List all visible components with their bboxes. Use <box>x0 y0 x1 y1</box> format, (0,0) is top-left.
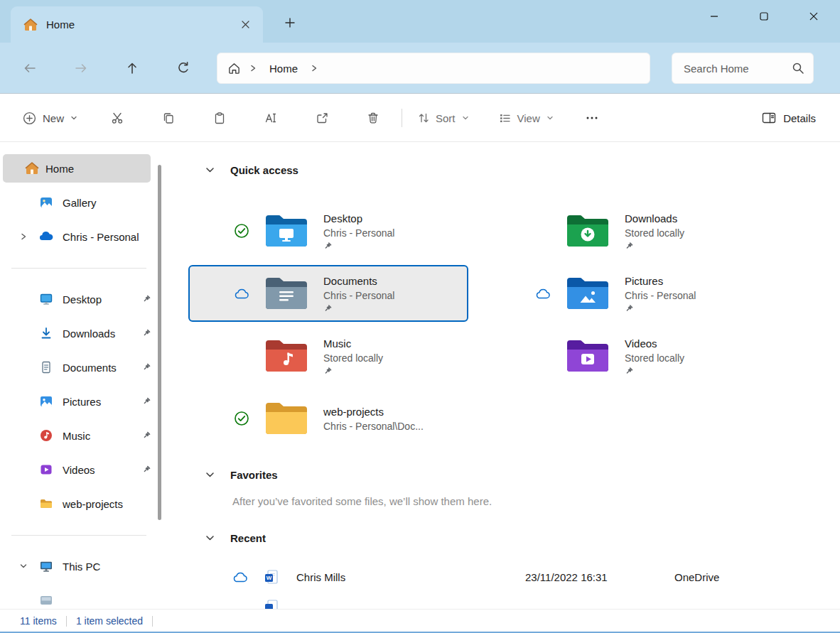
breadcrumb-item-home[interactable]: Home <box>265 63 302 75</box>
tab-close-icon[interactable] <box>236 16 254 34</box>
sidebar-item-pictures[interactable]: Pictures <box>3 387 151 416</box>
tab-title: Home <box>46 18 75 31</box>
videos-folder-icon <box>565 337 610 374</box>
close-window-button[interactable] <box>798 4 829 28</box>
share-icon[interactable] <box>308 104 336 132</box>
section-header-favorites[interactable]: Favorites <box>188 468 840 481</box>
sidebar-item-onedrive[interactable]: Chris - Personal <box>3 222 151 251</box>
tile-info: Music Stored locally <box>323 336 383 376</box>
recent-file-name: Chris Mills <box>296 571 525 583</box>
details-button[interactable]: Details <box>753 105 824 131</box>
forward-icon[interactable] <box>68 55 94 81</box>
sidebar-scrollbar[interactable] <box>158 165 161 520</box>
chevron-right-icon[interactable] <box>16 233 31 240</box>
document-icon <box>264 599 279 609</box>
view-button[interactable]: View <box>493 107 559 130</box>
sidebar-item-videos[interactable]: Videos <box>3 455 151 484</box>
tile-info: Downloads Stored locally <box>625 211 684 251</box>
sidebar-item-downloads[interactable]: Downloads <box>3 319 151 347</box>
view-icon <box>499 112 511 124</box>
sidebar-item-this-pc[interactable]: This PC <box>3 552 151 580</box>
sidebar-divider <box>11 268 146 269</box>
command-toolbar: New Sort <box>0 94 840 142</box>
sort-button[interactable]: Sort <box>412 107 475 130</box>
item-count: 11 items <box>20 615 57 627</box>
downloads-icon <box>38 325 54 341</box>
chevron-down-icon[interactable] <box>205 534 215 543</box>
section-header-recent[interactable]: Recent <box>188 531 840 544</box>
chevron-down-icon[interactable] <box>205 166 215 175</box>
recent-file-row[interactable]: W Chris Mills 23/11/2022 16:31 OneDrive <box>188 563 840 591</box>
tab-home[interactable]: Home <box>11 6 263 43</box>
quick-access-item-music[interactable]: Music Stored locally <box>188 328 468 384</box>
sidebar-item-partial[interactable] <box>3 586 151 609</box>
paste-icon[interactable] <box>205 104 234 132</box>
new-button[interactable]: New <box>16 106 85 131</box>
item-subtitle: Chris - Personal\Doc... <box>323 419 424 433</box>
back-icon[interactable] <box>17 55 43 81</box>
onedrive-cloud-icon <box>38 229 54 244</box>
search-input[interactable] <box>684 63 783 75</box>
more-options-icon[interactable] <box>579 105 605 131</box>
tile-info: Videos Stored locally <box>625 336 684 376</box>
chevron-down-icon <box>70 114 77 121</box>
sidebar-item-label: Documents <box>63 362 117 374</box>
chevron-right-icon[interactable] <box>311 65 318 72</box>
quick-access-item-web-projects[interactable]: web-projects Chris - Personal\Doc... <box>188 390 468 447</box>
gallery-icon <box>38 195 54 210</box>
documents-folder-icon <box>264 275 309 312</box>
sidebar-item-web-projects[interactable]: web-projects <box>3 489 151 518</box>
tile-info: Desktop Chris - Personal <box>323 211 394 251</box>
music-icon <box>38 428 54 443</box>
sidebar-item-documents[interactable]: Documents <box>3 353 151 382</box>
sidebar-item-home[interactable]: Home <box>3 154 151 183</box>
pin-icon <box>142 363 151 372</box>
breadcrumb-home-icon[interactable] <box>227 62 241 75</box>
cut-icon[interactable] <box>103 104 131 132</box>
pin-icon <box>323 304 394 313</box>
quick-access-item-desktop[interactable]: Desktop Chris - Personal <box>188 202 468 259</box>
downloads-folder-icon <box>565 212 610 249</box>
rename-icon[interactable] <box>257 104 285 132</box>
chevron-down-icon <box>462 114 469 121</box>
search-box[interactable] <box>672 53 814 84</box>
navigation-sidebar: Home Gallery Chris - Personal Desktop <box>0 142 165 609</box>
chevron-down-icon[interactable] <box>205 470 215 480</box>
up-icon[interactable] <box>119 55 145 81</box>
sidebar-item-gallery[interactable]: Gallery <box>3 188 151 217</box>
new-button-label: New <box>43 112 64 124</box>
maximize-button[interactable] <box>748 4 780 28</box>
recent-file-row-partial[interactable] <box>188 593 840 609</box>
breadcrumb[interactable]: Home <box>217 53 650 84</box>
chevron-down-icon[interactable] <box>16 563 31 570</box>
minimize-button[interactable] <box>699 4 730 28</box>
sidebar-item-desktop[interactable]: Desktop <box>3 285 151 313</box>
navigation-bar: Home <box>0 43 840 94</box>
title-bar: Home <box>0 0 840 43</box>
item-subtitle: Stored locally <box>323 351 383 365</box>
quick-access-item-downloads[interactable]: Downloads Stored locally <box>490 202 770 259</box>
cloud-status-icon <box>534 288 552 300</box>
status-divider <box>66 616 67 627</box>
delete-icon[interactable] <box>359 104 387 132</box>
sidebar-item-music[interactable]: Music <box>3 421 151 450</box>
quick-access-item-videos[interactable]: Videos Stored locally <box>490 328 770 384</box>
home-icon <box>24 161 40 176</box>
sidebar-item-label: Pictures <box>63 396 101 408</box>
section-header-quick-access[interactable]: Quick access <box>188 163 840 176</box>
item-subtitle: Chris - Personal <box>323 288 394 303</box>
section-title: Recent <box>230 532 266 544</box>
search-icon[interactable] <box>792 62 804 75</box>
sort-button-label: Sort <box>436 112 456 124</box>
tile-info: Pictures Chris - Personal <box>625 274 696 313</box>
item-name: Documents <box>323 274 394 288</box>
word-document-icon: W <box>264 569 279 585</box>
pin-icon <box>142 295 151 303</box>
quick-access-item-pictures[interactable]: Pictures Chris - Personal <box>490 265 770 322</box>
refresh-icon[interactable] <box>171 55 196 81</box>
new-tab-button[interactable] <box>280 13 300 33</box>
copy-icon[interactable] <box>154 104 183 132</box>
sidebar-item-label: Desktop <box>63 293 102 305</box>
quick-access-item-documents[interactable]: Documents Chris - Personal <box>188 265 468 322</box>
section-title: Quick access <box>230 164 298 176</box>
